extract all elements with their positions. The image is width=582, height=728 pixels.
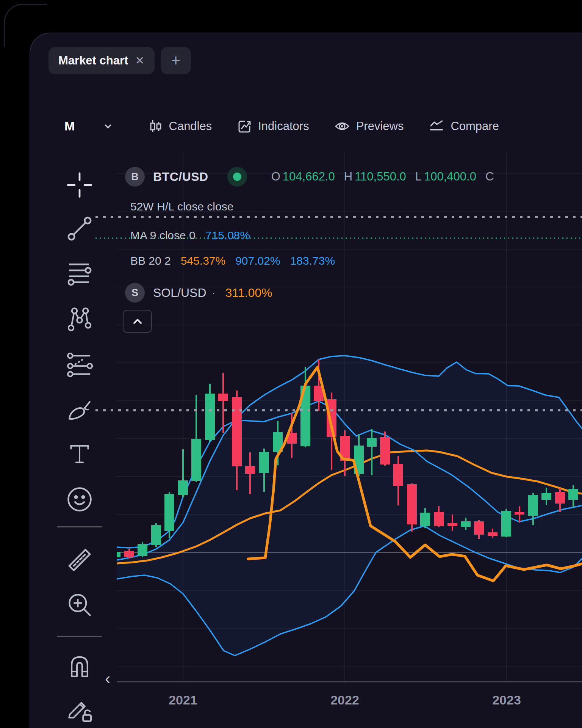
fib-retracement-icon — [66, 260, 93, 287]
indicator-row-sol[interactable]: S SOL/USD · 311.00% — [125, 283, 272, 303]
ma-value: 715.08% — [205, 229, 250, 242]
tab-close-icon[interactable]: ✕ — [135, 55, 144, 66]
eye-icon — [334, 118, 350, 134]
indicator-row-52w[interactable]: 52W H/L close close — [130, 200, 233, 213]
series-color-badge — [227, 167, 247, 187]
ohlc-values: O104,662.0 H110,550.0 L100,400.0 C — [271, 170, 494, 184]
sol-value: 311.00% — [225, 286, 272, 300]
compare-button[interactable]: Compare — [429, 118, 499, 134]
tool-trend-line[interactable] — [65, 214, 94, 243]
plus-icon: + — [171, 52, 181, 70]
low-value: 100,400.0 — [424, 170, 476, 184]
symbol-name: BTC/USD — [153, 170, 208, 184]
chart-toolbar: M Candles Indicators Previews — [64, 115, 524, 138]
candles-icon — [149, 119, 163, 133]
text-icon — [66, 440, 93, 468]
candle-up — [138, 542, 147, 557]
bb-upper-value: 907.02% — [235, 254, 280, 267]
pencil-lock-icon — [66, 696, 94, 724]
indicators-icon — [237, 119, 252, 134]
crosshair-icon — [65, 171, 94, 199]
tool-lock-drawings[interactable] — [65, 695, 94, 724]
tab-title: Market chart — [58, 54, 128, 67]
tool-brush[interactable] — [65, 395, 94, 424]
candle-up — [178, 449, 188, 497]
sol-badge: S — [125, 283, 145, 303]
tool-fib-retracement[interactable] — [65, 259, 94, 288]
bb-lower-value: 183.73% — [290, 254, 335, 267]
tool-crosshair[interactable] — [65, 171, 94, 199]
tool-emoji[interactable] — [65, 485, 94, 514]
tool-forecast[interactable] — [65, 351, 94, 380]
timeframe-button[interactable]: M — [64, 119, 75, 133]
xabcd-pattern-icon — [66, 305, 93, 332]
timeframe-chevron-down-icon[interactable] — [102, 121, 114, 132]
trend-line-icon — [66, 215, 93, 242]
candle-up — [205, 384, 215, 442]
screen: 202120222023 Market chart ✕ + M Candles … — [0, 0, 582, 728]
candle-up — [164, 492, 174, 538]
candle-up — [111, 551, 120, 559]
forecast-icon — [66, 351, 93, 379]
previews-button[interactable]: Previews — [334, 118, 404, 134]
magnet-icon — [66, 652, 94, 680]
compare-icon — [429, 118, 444, 134]
scroll-left-chevron-icon[interactable]: ‹ — [105, 670, 110, 688]
indicator-row-bb[interactable]: BB 20 2 545.37% 907.02% 183.73% — [130, 254, 335, 267]
tool-magnet[interactable] — [65, 651, 94, 680]
x-axis-year-label: 2021 — [169, 693, 197, 707]
legend-symbol-row[interactable]: B BTC/USD O104,662.0 H110,550.0 L100,400… — [125, 167, 494, 187]
tool-ruler[interactable] — [65, 546, 94, 574]
indicators-button[interactable]: Indicators — [237, 119, 309, 134]
tool-zoom-in[interactable] — [65, 590, 94, 619]
sidebar-divider — [57, 636, 102, 637]
candle-down — [407, 483, 417, 532]
btc-badge: B — [125, 167, 145, 187]
x-axis-year-label: 2023 — [492, 693, 521, 707]
add-tab-button[interactable]: + — [161, 47, 191, 74]
bb-basis-value: 545.37% — [181, 254, 225, 267]
tab-market-chart[interactable]: Market chart ✕ — [48, 47, 155, 74]
emoji-icon — [65, 485, 94, 514]
candle-up — [501, 509, 511, 537]
brush-icon — [66, 396, 93, 423]
x-axis-year-label: 2022 — [330, 693, 359, 707]
indicator-row-ma[interactable]: MA 9 close 0 715.08% — [130, 229, 250, 242]
tool-xabcd-pattern[interactable] — [65, 304, 94, 333]
ruler-icon — [65, 546, 94, 574]
candle-up — [151, 523, 161, 547]
candle-down — [218, 373, 228, 433]
chevron-up-icon — [131, 316, 144, 327]
candles-button[interactable]: Candles — [149, 119, 212, 133]
legend-collapse-button[interactable] — [123, 310, 152, 333]
open-value: 104,662.0 — [283, 170, 335, 184]
sidebar-divider — [57, 526, 102, 527]
tool-text[interactable] — [65, 439, 94, 468]
zoom-in-icon — [66, 591, 94, 619]
high-value: 110,550.0 — [355, 170, 406, 184]
